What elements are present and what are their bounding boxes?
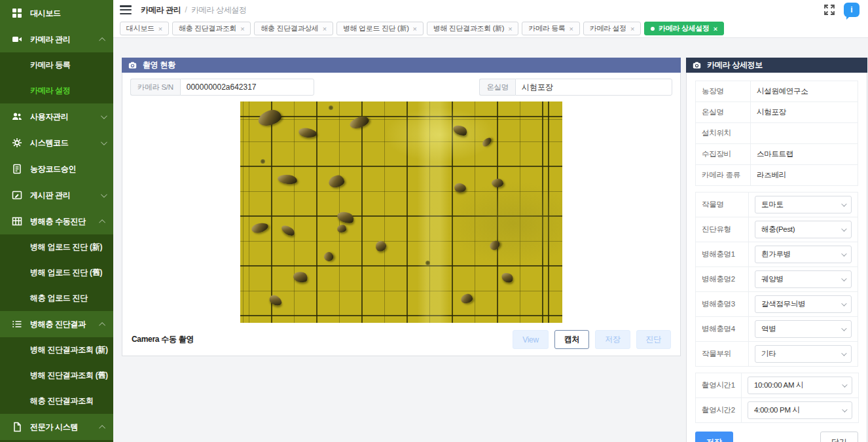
select-병해충명2[interactable]: 궤양병 [755, 270, 852, 288]
select-value: 10:00:00 AM 시 [754, 380, 803, 390]
select-병해충명1[interactable]: 흰가루병 [755, 246, 852, 263]
select-병해충명4[interactable]: 역병 [755, 320, 852, 338]
chevron-down-icon [841, 251, 846, 256]
approval-doc-icon [11, 164, 22, 175]
trapped-insect [488, 239, 501, 251]
dashboard-icon [11, 8, 22, 19]
table-row: 병해충명3갈색점무늬병 [696, 292, 858, 317]
breadcrumb-page: 카메라 상세설정 [191, 5, 247, 16]
select-value: 역병 [761, 324, 776, 334]
trapped-insect [337, 225, 346, 232]
sidebar-item-3[interactable]: 사용자관리 [0, 103, 113, 130]
sidebar-subitem[interactable]: 병해 진단결과조회 (舊) [0, 363, 113, 388]
greenhouse-field: 온실명 [479, 79, 672, 96]
sidebar-subitem[interactable]: 병해 업로드 진단 (新) [0, 234, 113, 260]
sidebar-subitem[interactable]: 병해 업로드 진단 (舊) [0, 260, 113, 285]
chevron-down-icon [841, 201, 846, 206]
table-row: 작물명토마토 [696, 193, 858, 217]
sidebar-item-1[interactable]: 대시보드 [0, 0, 113, 26]
trapped-insect [348, 114, 371, 130]
chevron-down-icon [841, 276, 846, 281]
sticky-trap-photo [240, 101, 562, 323]
sidebar-item-5[interactable]: 농장코드승인 [0, 156, 113, 182]
tab-close-icon[interactable]: × [714, 25, 717, 33]
tab-2[interactable]: 해충 진단결과조회× [172, 22, 251, 35]
camera-info-table: 농장명시설원예연구소온실명시험포장설치위치수집장비스마트트랩카메라 종류라즈베리 [695, 81, 858, 186]
cogs-icon [11, 138, 22, 149]
sidebar-item-6[interactable]: 게시판 관리 [0, 182, 113, 208]
tab-close-icon[interactable]: × [240, 25, 244, 33]
view-button[interactable]: View [513, 330, 549, 349]
sidebar-item-9[interactable]: 전문가 시스템 [0, 414, 113, 440]
tab-4[interactable]: 병해 업로드 진단 (新)× [336, 22, 424, 35]
tab-3[interactable]: 해충 진단결과상세× [254, 22, 333, 35]
topbar: 카메라 관리 / 카메라 상세설정 i [113, 0, 868, 20]
tab-6[interactable]: 카메라 등록× [522, 22, 579, 35]
tab-close-icon[interactable]: × [630, 25, 634, 33]
table-row: 진단유형해충(Pest) [696, 217, 858, 242]
row-label: 온실명 [696, 102, 751, 123]
trapped-insect [500, 271, 515, 284]
breadcrumb-separator: / [185, 5, 187, 14]
sidebar-item-7[interactable]: 병해충 수동진단 [0, 208, 113, 234]
detail-panel-title: 카메라 상세정보 [707, 60, 763, 71]
tab-close-icon[interactable]: × [508, 25, 512, 33]
row-label: 병해충명2 [696, 267, 749, 292]
close-button[interactable]: 닫기 [820, 432, 858, 442]
sidebar-subitem[interactable]: 해충 업로드 진단 [0, 285, 113, 311]
sidebar-item-2[interactable]: 카메라 관리 [0, 26, 113, 52]
capture-footer: Camera 수동 촬영 View캡처저장진단 [122, 327, 680, 356]
tab-close-icon[interactable]: × [413, 25, 417, 33]
row-value: 갈색점무늬병 [749, 292, 858, 317]
table-row: 병해충명2궤양병 [696, 267, 858, 292]
tab-close-icon[interactable]: × [323, 25, 327, 33]
캡처-button[interactable]: 캡처 [554, 330, 589, 349]
tab-label: 해충 진단결과조회 [179, 24, 236, 33]
select-작물명[interactable]: 토마토 [755, 196, 852, 213]
table-row: 수집장비스마트트랩 [696, 144, 858, 165]
select-진단유형[interactable]: 해충(Pest) [755, 221, 852, 238]
tab-close-icon[interactable]: × [158, 25, 162, 33]
trapped-insect [374, 240, 387, 253]
sidebar-subitem[interactable]: 병해 진단결과조회 (新) [0, 337, 113, 363]
sidebar-subitem[interactable]: 카메라 설정 [0, 78, 113, 103]
camera-sn-input[interactable] [180, 79, 314, 96]
row-value: 10:00:00 AM 시 [741, 373, 858, 398]
sidebar-item-8[interactable]: 병해충 진단결과 [0, 311, 113, 337]
tab-1[interactable]: 대시보드× [120, 22, 169, 35]
tab-label: 대시보드 [126, 24, 154, 33]
fullscreen-icon[interactable] [824, 5, 835, 15]
tab-close-icon[interactable]: × [570, 25, 573, 33]
content-area: 촬영 현황 카메라 S/N 온실명 Camera 수동 촬영 Vie [113, 38, 868, 442]
breadcrumb-section[interactable]: 카메라 관리 [141, 5, 181, 16]
sidebar-subitem[interactable]: 카메라 등록 [0, 52, 113, 78]
save-button[interactable]: 저장 [695, 432, 733, 442]
select-촬영시간2[interactable]: 4:00:00 PM 시 [748, 401, 852, 419]
select-value: 궤양병 [761, 274, 784, 284]
grid-icon [11, 216, 22, 227]
row-label: 촬영시간2 [696, 398, 742, 423]
select-value: 해충(Pest) [761, 225, 795, 234]
sidebar-item-label: 사용자관리 [30, 111, 101, 122]
active-tab-dot [651, 27, 655, 31]
sidebar-subitem[interactable]: 해충 진단결과조회 [0, 388, 113, 414]
tab-8[interactable]: 카메라 상세설정× [644, 22, 724, 35]
chat-info-icon[interactable]: i [844, 3, 859, 17]
row-value: 시험포장 [751, 102, 858, 123]
row-value: 토마토 [749, 193, 858, 217]
select-병해충명3[interactable]: 갈색점무늬병 [755, 295, 852, 313]
select-작물부위[interactable]: 기타 [755, 345, 852, 363]
sidebar-item-4[interactable]: 시스템코드 [0, 130, 113, 156]
tab-5[interactable]: 병해 진단결과조회 (新)× [427, 22, 519, 35]
submenu: 병해 진단결과조회 (新)병해 진단결과조회 (舊)해충 진단결과조회 [0, 337, 113, 414]
저장-button[interactable]: 저장 [595, 330, 630, 349]
진단-button[interactable]: 진단 [636, 330, 671, 349]
hamburger-menu-icon[interactable] [120, 5, 132, 14]
select-촬영시간1[interactable]: 10:00:00 AM 시 [748, 377, 852, 394]
tab-label: 병해 업로드 진단 (新) [343, 24, 409, 33]
greenhouse-input[interactable] [515, 79, 672, 96]
select-value: 갈색점무늬병 [761, 299, 805, 309]
row-value [751, 123, 858, 144]
tab-7[interactable]: 카메라 설정× [583, 22, 641, 35]
row-label: 촬영시간1 [696, 373, 742, 398]
